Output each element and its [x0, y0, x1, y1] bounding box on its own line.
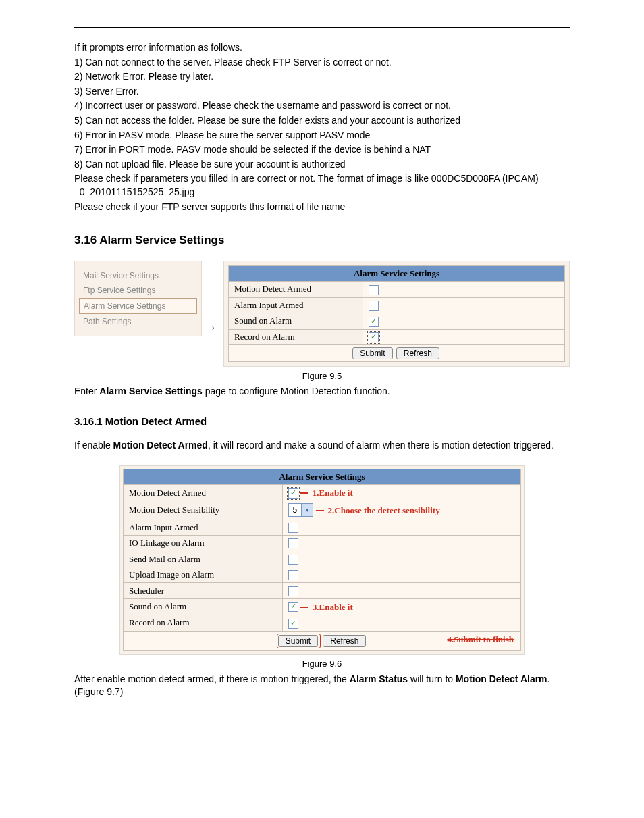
text-after-96: After enable motion detect armed, if the… [74, 673, 570, 699]
intro-line: Please check if parameters you filled in… [74, 172, 570, 199]
text: , it will record and make a sound of ala… [208, 440, 554, 451]
figure-caption: Figure 9.5 [74, 371, 570, 381]
row-label: IO Linkage on Alarm [124, 535, 283, 551]
upload-image-checkbox[interactable] [288, 570, 298, 580]
heading-3-16: 3.16 Alarm Service Settings [74, 234, 570, 247]
chevron-down-icon: ▾ [301, 504, 313, 516]
scheduler-checkbox[interactable] [288, 586, 298, 596]
io-linkage-checkbox[interactable] [288, 538, 298, 548]
intro-line: Please check if your FTP server supports… [74, 201, 570, 214]
send-mail-checkbox[interactable] [288, 555, 298, 565]
arrow-right-icon: → [205, 321, 217, 335]
motion-detect-armed-checkbox[interactable] [369, 285, 379, 295]
heading-3-16-1: 3.16.1 Motion Detect Armed [74, 415, 570, 427]
row-label: Send Mail on Alarm [124, 551, 283, 567]
text-bold: Motion Detect Armed [113, 440, 208, 451]
text-3161: If enable Motion Detect Armed, it will r… [74, 439, 570, 453]
text: If enable [74, 440, 113, 451]
intro-line: 1) Can not connect to the server. Please… [74, 56, 570, 70]
sound-on-alarm-checkbox[interactable]: ✓ [369, 317, 379, 327]
row-label: Record on Alarm [124, 615, 283, 631]
text: After enable motion detect armed, if the… [74, 673, 350, 684]
row-label: Scheduler [124, 583, 283, 599]
figure-caption: Figure 9.6 [74, 659, 570, 669]
sound-on-alarm-checkbox[interactable]: ✓ [288, 602, 298, 612]
row-label: Motion Detect Sensibility [124, 501, 283, 519]
sidebar-item-ftp[interactable]: Ftp Service Settings [79, 283, 197, 298]
row-label: Motion Detect Armed [229, 282, 363, 298]
motion-detect-armed-checkbox[interactable]: ✓ [288, 488, 298, 499]
alarm-settings-panel-2: Alarm Service Settings Motion Detect Arm… [119, 465, 525, 654]
intro-line: 6) Error in PASV mode. Please be sure th… [74, 129, 570, 143]
intro-line: 7) Error in PORT mode. PASV mode should … [74, 143, 570, 157]
annotation-3: 3.Enable it [313, 602, 353, 613]
sidebar-item-alarm[interactable]: Alarm Service Settings [79, 298, 197, 314]
record-on-alarm-checkbox[interactable]: ✓ [288, 619, 298, 629]
row-label: Upload Image on Alarm [124, 567, 283, 583]
text-after-95: Enter Alarm Service Settings page to con… [74, 385, 570, 399]
panel-title: Alarm Service Settings [124, 469, 521, 485]
submit-button[interactable]: Submit [278, 635, 318, 647]
sidebar-item-mail[interactable]: Mail Service Settings [79, 268, 197, 283]
row-label: Alarm Input Armed [124, 519, 283, 536]
intro-line: 2) Network Error. Please try later. [74, 70, 570, 84]
text-bold: Alarm Status [350, 673, 408, 684]
annotation-connector [300, 607, 308, 608]
annotation-1: 1.Enable it [313, 488, 353, 499]
sensibility-select[interactable]: 5 ▾ [288, 503, 314, 517]
text-bold: Motion Detect Alarm [456, 673, 547, 684]
alarm-settings-panel: Alarm Service Settings Motion Detect Arm… [223, 261, 570, 367]
record-on-alarm-checkbox[interactable]: ✓ [369, 332, 379, 342]
alarm-input-armed-checkbox[interactable] [369, 301, 379, 311]
annotation-connector [316, 510, 324, 511]
annotation-connector [300, 492, 308, 494]
alarm-input-armed-checkbox[interactable] [288, 523, 298, 533]
submit-button[interactable]: Submit [352, 347, 392, 359]
intro-line: 4) Incorrect user or password. Please ch… [74, 99, 570, 113]
panel-title: Alarm Service Settings [229, 266, 565, 282]
annotation-4: 4.Submit to finish [447, 634, 514, 645]
annotation-2: 2.Choose the detect sensibility [328, 505, 440, 516]
figure-9-5: Mail Service Settings Ftp Service Settin… [74, 261, 570, 367]
refresh-button[interactable]: Refresh [323, 635, 366, 647]
intro-line: 3) Server Error. [74, 85, 570, 99]
text-bold: Alarm Service Settings [99, 386, 203, 397]
text: Enter [74, 386, 99, 397]
text: will turn to [408, 673, 456, 684]
settings-sidebar: Mail Service Settings Ftp Service Settin… [74, 261, 202, 336]
intro-line: If it prompts error information as follo… [74, 41, 570, 55]
sidebar-item-path[interactable]: Path Settings [79, 314, 197, 329]
row-label: Alarm Input Armed [229, 297, 363, 313]
sensibility-value: 5 [289, 505, 302, 515]
intro-line: 5) Can not access the folder. Please be … [74, 114, 570, 128]
row-label: Sound on Alarm [124, 598, 283, 615]
text: page to configure Motion Detection funct… [203, 386, 390, 397]
intro-line: 8) Can not upload file. Please be sure y… [74, 158, 570, 172]
row-label: Sound on Alarm [229, 313, 363, 330]
refresh-button[interactable]: Refresh [396, 347, 439, 359]
top-rule [74, 27, 570, 28]
row-label: Record on Alarm [229, 329, 363, 345]
row-label: Motion Detect Armed [124, 485, 283, 501]
